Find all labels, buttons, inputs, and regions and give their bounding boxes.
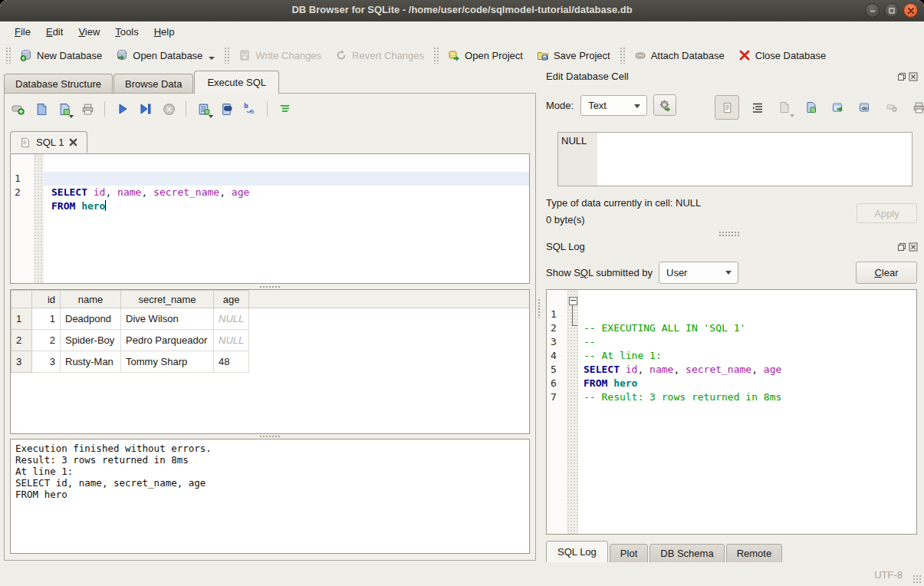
log-line: 4 SELECT id, name, secret_name, age <box>547 335 916 349</box>
cell-name[interactable]: Deadpond <box>61 308 121 330</box>
menu-tools[interactable]: Tools <box>108 24 145 40</box>
row-header[interactable]: 2 <box>12 330 32 351</box>
save-file-dropdown-caret[interactable] <box>69 115 74 118</box>
results-grid[interactable]: id name secret_name age 1 1 Deadpond Div… <box>10 289 530 434</box>
splitter-handle[interactable] <box>718 231 740 236</box>
save-as-icon <box>805 101 817 114</box>
toolbar-drag-handle[interactable] <box>5 47 11 64</box>
write-changes-icon <box>238 49 251 61</box>
print-button[interactable] <box>80 101 95 117</box>
sql-1-tab[interactable]: SQL 1 <box>10 131 87 153</box>
maximize-button[interactable] <box>884 3 899 18</box>
execution-message-pane[interactable]: Execution finished without errors. Resul… <box>10 439 530 554</box>
execute-icon <box>117 103 129 115</box>
open-database-button[interactable]: Open Database <box>109 45 222 65</box>
menu-edit[interactable]: Edit <box>39 24 70 40</box>
print-cell-button[interactable] <box>910 99 924 116</box>
format-sql-button[interactable] <box>278 101 293 117</box>
table-row[interactable]: 1 1 Deadpond Dive Wilson NULL <box>12 308 249 330</box>
replace-button[interactable]: b a <box>242 101 258 117</box>
dock-tab-db-schema[interactable]: DB Schema <box>649 544 724 563</box>
splitter-handle[interactable] <box>5 433 535 439</box>
cell-id[interactable]: 1 <box>32 308 61 330</box>
close-database-button[interactable]: Close Database <box>732 45 834 65</box>
tab-execute-sql[interactable]: Execute SQL <box>194 71 279 94</box>
column-header-age[interactable]: age <box>214 291 249 308</box>
text-mode-button[interactable] <box>715 95 739 120</box>
cell-id[interactable]: 2 <box>32 330 61 351</box>
new-tab-icon <box>12 102 25 116</box>
table-row[interactable]: 2 2 Spider-Boy Pedro Parqueador NULL <box>12 330 249 351</box>
cell-secret-name[interactable]: Pedro Parqueador <box>121 330 214 351</box>
export-cell-button[interactable] <box>803 99 820 116</box>
import-dropdown-caret <box>790 114 794 117</box>
open-sql-file-button[interactable] <box>34 101 49 117</box>
cell-size-info: 0 byte(s) <box>546 214 585 226</box>
column-header-id[interactable]: id <box>32 291 61 308</box>
save-sql-file-button[interactable] <box>57 101 72 117</box>
save-project-button[interactable]: Save Project <box>530 45 617 65</box>
cell-id[interactable]: 3 <box>32 351 61 373</box>
menu-file[interactable]: File <box>8 24 38 40</box>
cell-secret-name[interactable]: Dive Wilson <box>121 308 214 330</box>
cell-value-editor[interactable]: NULL <box>557 132 912 186</box>
log-line: 6 -- Result: 3 rows returned in 8ms <box>547 363 916 377</box>
splitter-handle[interactable] <box>5 284 535 289</box>
find-button[interactable] <box>219 101 235 117</box>
execution-message: Execution finished without errors. Resul… <box>15 443 524 500</box>
new-sql-tab-button[interactable] <box>11 101 26 117</box>
cell-name[interactable]: Spider-Boy <box>61 330 121 351</box>
close-panel-icon[interactable] <box>909 242 918 252</box>
float-panel-icon[interactable] <box>897 72 906 81</box>
tab-browse-data[interactable]: Browse Data <box>113 74 193 94</box>
log-filter-select[interactable]: User <box>659 262 738 284</box>
cell-age[interactable]: NULL <box>214 308 249 330</box>
float-panel-icon[interactable] <box>897 242 906 252</box>
export-dropdown-caret[interactable] <box>209 115 213 118</box>
new-database-button[interactable]: New Database <box>13 45 109 65</box>
menu-help[interactable]: Help <box>147 24 182 40</box>
column-header-name[interactable]: name <box>61 291 121 308</box>
dock-tab-sql-log[interactable]: SQL Log <box>546 541 608 563</box>
dock-tab-plot[interactable]: Plot <box>610 544 648 563</box>
table-row[interactable]: 3 3 Rusty-Man Tommy Sharp 48 <box>12 351 249 373</box>
open-database-dropdown-caret[interactable] <box>209 57 215 60</box>
menu-view[interactable]: View <box>71 24 107 40</box>
execute-all-button[interactable] <box>115 101 130 117</box>
dock-tab-remote[interactable]: Remote <box>726 544 783 563</box>
minimize-button[interactable] <box>865 3 880 18</box>
cell-age[interactable]: 48 <box>214 351 249 373</box>
vertical-splitter[interactable] <box>536 93 542 561</box>
text-cursor <box>105 200 106 211</box>
export-results-button[interactable] <box>196 101 212 117</box>
title-bar[interactable]: DB Browser for SQLite - /home/user/code/… <box>0 0 924 22</box>
close-panel-icon[interactable] <box>909 72 918 81</box>
resize-grip[interactable] <box>912 574 922 584</box>
open-in-external-button[interactable] <box>830 99 847 116</box>
tab-database-structure[interactable]: Database Structure <box>4 74 113 94</box>
execute-line-button[interactable] <box>138 101 153 117</box>
copy-link-button[interactable] <box>857 99 873 116</box>
sql-log-dock-controls <box>897 242 918 252</box>
cell-name[interactable]: Rusty-Man <box>61 351 121 373</box>
cell-secret-name[interactable]: Tommy Sharp <box>121 351 214 373</box>
write-changes-button: Write Changes <box>232 45 328 65</box>
clear-log-button[interactable]: Clear <box>856 262 917 284</box>
mode-select[interactable]: Text <box>580 95 647 116</box>
auto-apply-button[interactable] <box>653 94 676 116</box>
app-window: DB Browser for SQLite - /home/user/code/… <box>0 0 924 586</box>
row-header[interactable]: 3 <box>12 351 32 373</box>
cell-age[interactable]: NULL <box>214 330 249 351</box>
sql-log-view[interactable]: 1 -- EXECUTING ALL IN 'SQL 1' 2 -- 3 -- … <box>546 289 917 535</box>
close-tab-icon[interactable] <box>69 138 77 146</box>
word-wrap-button[interactable] <box>749 99 766 116</box>
column-header-secret-name[interactable]: secret_name <box>121 291 214 308</box>
code-token: , <box>219 186 232 198</box>
sql-editor[interactable]: 1 SELECT id, name, secret_name, age 2 FR… <box>10 153 530 284</box>
sql-1-tab-label: SQL 1 <box>36 137 64 148</box>
close-button[interactable] <box>903 3 918 18</box>
open-project-button[interactable]: Open Project <box>441 45 530 65</box>
fold-marker-icon[interactable] <box>569 297 577 305</box>
row-header[interactable]: 1 <box>12 308 32 330</box>
attach-database-button[interactable]: Attach Database <box>627 45 732 65</box>
